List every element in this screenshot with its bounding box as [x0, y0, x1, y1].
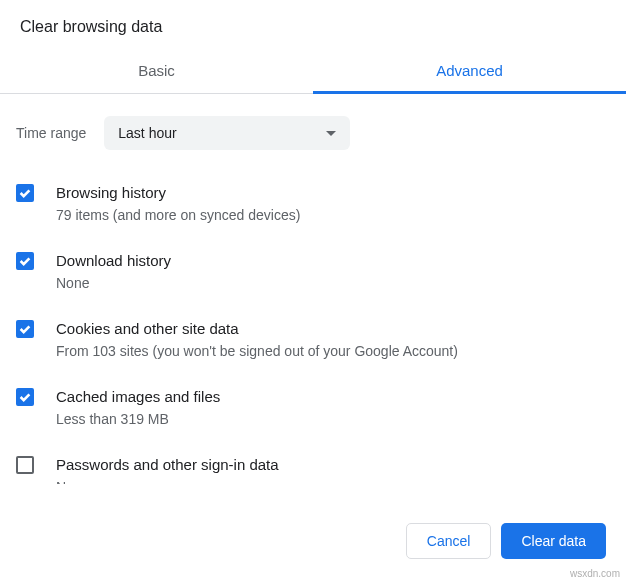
- dialog-title: Clear browsing data: [0, 0, 626, 50]
- list-item: Download history None: [16, 240, 614, 304]
- checkbox-passwords[interactable]: [16, 456, 34, 474]
- dialog-footer: Cancel Clear data: [0, 505, 626, 581]
- tab-advanced[interactable]: Advanced: [313, 50, 626, 93]
- chevron-down-icon: [326, 131, 336, 136]
- item-desc: None: [56, 273, 614, 294]
- item-desc: From 103 sites (you won't be signed out …: [56, 341, 614, 362]
- item-text: Cached images and files Less than 319 MB: [56, 386, 614, 430]
- tab-basic[interactable]: Basic: [0, 50, 313, 93]
- item-desc: None: [56, 477, 614, 484]
- item-title: Cookies and other site data: [56, 318, 614, 339]
- time-range-row: Time range Last hour: [16, 94, 614, 172]
- time-range-dropdown[interactable]: Last hour: [104, 116, 350, 150]
- item-title: Download history: [56, 250, 614, 271]
- list-item: Cookies and other site data From 103 sit…: [16, 308, 614, 372]
- watermark: wsxdn.com: [570, 568, 620, 579]
- time-range-label: Time range: [16, 125, 86, 141]
- item-title: Browsing history: [56, 182, 614, 203]
- list-item: Browsing history 79 items (and more on s…: [16, 172, 614, 236]
- scroll-area[interactable]: Time range Last hour Browsing history 79…: [0, 94, 626, 484]
- item-desc: 79 items (and more on synced devices): [56, 205, 614, 226]
- checkbox-cached-images[interactable]: [16, 388, 34, 406]
- item-title: Passwords and other sign-in data: [56, 454, 614, 475]
- item-title: Cached images and files: [56, 386, 614, 407]
- clear-data-button[interactable]: Clear data: [501, 523, 606, 559]
- item-text: Cookies and other site data From 103 sit…: [56, 318, 614, 362]
- list-item: Passwords and other sign-in data None: [16, 444, 614, 484]
- checkbox-cookies[interactable]: [16, 320, 34, 338]
- checkbox-browsing-history[interactable]: [16, 184, 34, 202]
- item-text: Browsing history 79 items (and more on s…: [56, 182, 614, 226]
- item-desc: Less than 319 MB: [56, 409, 614, 430]
- cancel-button[interactable]: Cancel: [406, 523, 492, 559]
- item-text: Passwords and other sign-in data None: [56, 454, 614, 484]
- item-text: Download history None: [56, 250, 614, 294]
- tabs: Basic Advanced: [0, 50, 626, 94]
- time-range-selected: Last hour: [118, 125, 176, 141]
- checkbox-download-history[interactable]: [16, 252, 34, 270]
- list-item: Cached images and files Less than 319 MB: [16, 376, 614, 440]
